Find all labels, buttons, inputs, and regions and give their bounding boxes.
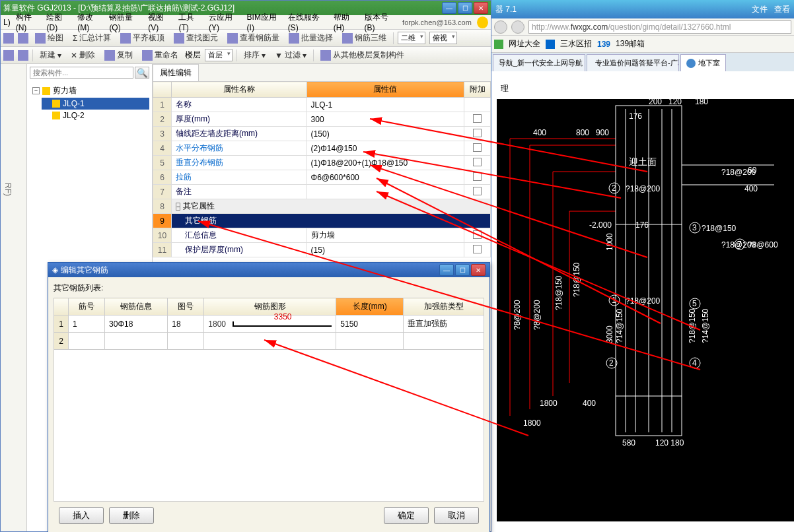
prop-row: 3轴线距左墙皮距离(mm)(150) [153, 127, 491, 141]
property-tabs: 属性编辑 [153, 64, 491, 81]
svg-text:?18@200: ?18@200 [626, 296, 661, 306]
close-button[interactable]: ✕ [474, 2, 488, 14]
menu-item[interactable]: 视图(V) [148, 12, 173, 32]
menu-item[interactable]: L) [3, 18, 11, 27]
tool-icon[interactable] [18, 50, 28, 61]
svg-text:400: 400 [583, 399, 596, 408]
floor-select[interactable]: 首层 [205, 49, 233, 61]
menu-view[interactable]: 查看 [774, 4, 790, 15]
rename-button[interactable]: 重命名 [139, 48, 181, 62]
svg-text:2: 2 [612, 183, 616, 193]
menu-file[interactable]: 文件 [752, 4, 768, 15]
collapse-icon[interactable]: − [176, 203, 180, 211]
separator [393, 32, 394, 44]
back-icon[interactable] [3, 33, 14, 44]
menu-item[interactable]: 绘图(D) [46, 12, 72, 32]
dialog-minimize[interactable]: — [439, 264, 454, 276]
new-button[interactable]: 新建 ▾ [37, 48, 64, 62]
tab-icon [686, 59, 696, 68]
maximize-button[interactable]: ☐ [458, 2, 472, 14]
search-input[interactable] [30, 67, 133, 79]
prop-row-selected: 9其它钢筋 [153, 214, 491, 228]
delete-button[interactable]: ✕ 删除 [68, 48, 98, 62]
titlebar[interactable]: 算量软件 GGJ2013 - [D:\预结算及抽筋\广联达抽筋\测试-2.GGJ… [1, 1, 491, 15]
shape-cell[interactable]: 1800 3350 [204, 316, 336, 333]
col-id[interactable]: 筋号 [69, 298, 105, 316]
url-bar[interactable]: http://www.fwxgx.com/question/gimq/detai… [528, 20, 791, 34]
menu-item[interactable]: 工具(T) [178, 12, 203, 32]
svg-text:180: 180 [695, 99, 708, 106]
favorite-icon[interactable] [494, 40, 503, 49]
col-extra[interactable]: 附加 [464, 82, 491, 98]
content-text: 理 [497, 77, 789, 101]
col-type[interactable]: 加强筋类型 [404, 298, 484, 316]
search-button[interactable]: 🔍 [135, 67, 149, 79]
svg-text:400: 400 [533, 128, 546, 137]
tool-icon[interactable] [18, 33, 28, 44]
batch-select-button[interactable]: 批量选择 [286, 31, 336, 45]
menu-item[interactable]: 构件(N) [16, 12, 42, 32]
prop-row: 10汇总信息剪力墙 [153, 228, 491, 243]
view-rebar-button[interactable]: 查看钢筋量 [225, 31, 282, 45]
browser-titlebar[interactable]: 器 7.1 文件 查看 [491, 0, 794, 18]
svg-text:?8@200: ?8@200 [532, 300, 542, 330]
col-value[interactable]: 属性值 [307, 82, 464, 98]
cad-drawing[interactable]: 400 800 900 ?8@200 ?8@200 ?18@150 ?18@15… [497, 99, 794, 521]
align-button[interactable]: 平齐板顶 [118, 31, 167, 45]
menu-item[interactable]: 钢筋量(Q) [109, 12, 143, 32]
filter-button[interactable]: ▼ 过滤 ▾ [272, 48, 309, 62]
sum-button[interactable]: Σ汇总计算 [70, 31, 114, 45]
dialog-maximize[interactable]: ☐ [455, 264, 470, 276]
bookmark[interactable]: 三水区招 [560, 38, 592, 50]
svg-text:580: 580 [622, 438, 635, 448]
menu-item[interactable]: 在线服务(S) [288, 12, 328, 32]
tree-item-jlq1[interactable]: JLQ-1 [42, 98, 149, 110]
delete-button[interactable]: 删除 [109, 507, 154, 524]
browser-tab-active[interactable]: 地下室 [680, 54, 726, 71]
browser-tab[interactable]: 导航_新一代安全上网导航× [493, 54, 585, 71]
col-length[interactable]: 长度(mm) [336, 298, 404, 316]
col-shape-no[interactable]: 图号 [168, 298, 204, 316]
col-name[interactable]: 属性名称 [172, 82, 307, 98]
find-element-button[interactable]: 查找图元 [171, 31, 221, 45]
tool-icon[interactable] [3, 50, 14, 61]
menu-item[interactable]: 修改(M) [77, 12, 104, 32]
copy-from-floor-button[interactable]: 从其他楼层复制构件 [318, 48, 407, 62]
view-top-dropdown[interactable]: 俯视 [429, 32, 457, 44]
cancel-button[interactable]: 取消 [434, 507, 479, 524]
insert-button[interactable]: 插入 [59, 507, 104, 524]
face-icon[interactable] [477, 17, 488, 28]
refresh-button[interactable] [511, 20, 524, 34]
bookmark[interactable]: 139邮箱 [616, 38, 645, 50]
dialog-icon: ◈ [52, 265, 58, 275]
draw-button[interactable]: 绘图 [32, 31, 66, 45]
copy-button[interactable]: 复制 [102, 48, 135, 62]
menu-item[interactable]: 帮助(H) [334, 12, 359, 32]
svg-text:176: 176 [629, 112, 642, 121]
menu-item[interactable]: BIM应用(I) [247, 12, 283, 32]
browser-tab[interactable]: 专业造价问题答疑平台-广联达|× [587, 54, 679, 71]
collapse-icon[interactable]: − [32, 87, 40, 94]
tree-item-jlq2[interactable]: JLQ-2 [42, 110, 149, 121]
bookmark[interactable]: 网址大全 [509, 38, 540, 50]
view-2d-dropdown[interactable]: 二维 [398, 32, 425, 44]
browser-tabs: 导航_新一代安全上网导航× 专业造价问题答疑平台-广联达|× 地下室 [491, 53, 794, 71]
ok-button[interactable]: 确定 [384, 507, 429, 524]
dialog-titlebar[interactable]: ◈ 编辑其它钢筋 — ☐ ✕ [48, 263, 489, 277]
edit-other-rebar-dialog: ◈ 编辑其它钢筋 — ☐ ✕ 其它钢筋列表: 筋号 钢筋信息 图号 钢筋图形 长… [48, 262, 490, 532]
menu-item[interactable]: 云应用(Y) [209, 12, 242, 32]
svg-text:?14@150: ?14@150 [615, 308, 624, 343]
col-info[interactable]: 钢筋信息 [105, 298, 168, 316]
col-shape[interactable]: 钢筋图形 [204, 298, 336, 316]
svg-text:迎土面: 迎土面 [629, 156, 657, 167]
svg-text:60: 60 [748, 166, 757, 175]
back-button[interactable] [494, 20, 507, 34]
user-email[interactable]: forpk.chen@163.com [402, 18, 472, 26]
tree-root[interactable]: − 剪力墙 [30, 84, 149, 98]
rebar-3d-button[interactable]: 钢筋三维 [340, 31, 389, 45]
tab-property-edit[interactable]: 属性编辑 [153, 64, 199, 81]
sort-button[interactable]: 排序 ▾ [241, 48, 268, 62]
minimize-button[interactable]: — [442, 2, 456, 14]
menu-item[interactable]: 版本号(B) [365, 12, 398, 32]
dialog-close[interactable]: ✕ [471, 264, 486, 276]
